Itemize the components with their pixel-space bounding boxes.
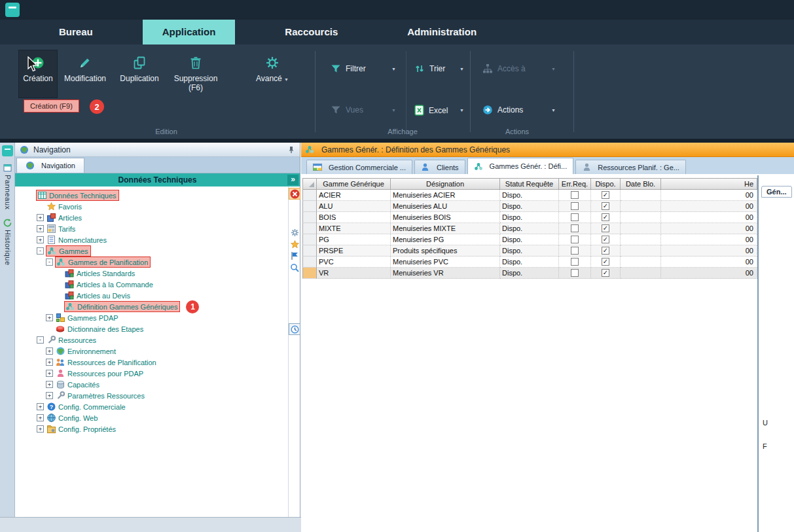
search-button[interactable] — [289, 262, 300, 273]
column-header[interactable]: He — [661, 178, 757, 190]
row-selector[interactable] — [302, 201, 317, 212]
column-header[interactable]: Statut Requête — [500, 178, 559, 190]
tree-item[interactable]: +Gammes PDAP — [15, 312, 288, 323]
avance-button[interactable]: Avancé ▼ — [242, 50, 302, 98]
history-clock-button[interactable] — [289, 324, 300, 334]
actions-button[interactable]: Actions ▼ — [482, 105, 556, 115]
tree-settings-button[interactable] — [289, 227, 300, 238]
document-tab[interactable]: Gestion Commerciale ... — [306, 160, 412, 174]
grid-row[interactable]: PGMenuiseries PGDispo.✓00 — [302, 234, 757, 245]
tree-item[interactable]: +Nomenclatures — [15, 234, 288, 245]
tree-item[interactable]: -Gammes de Planification — [15, 257, 288, 268]
grid-row[interactable]: MIXTEMenuiseries MIXTEDispo.✓00 — [302, 223, 757, 234]
pin-icon[interactable] — [287, 146, 295, 154]
ribbon-tab-administration[interactable]: Administration — [388, 20, 496, 44]
checkbox-err-req[interactable] — [571, 258, 579, 266]
checkbox-dispo[interactable]: ✓ — [602, 269, 609, 277]
collapse-icon[interactable]: - — [37, 336, 44, 344]
tree-item[interactable]: -Gammes — [15, 245, 288, 257]
excel-button[interactable]: Excel ▼ — [414, 105, 464, 116]
expand-icon[interactable]: + — [46, 392, 53, 399]
checkbox-dispo[interactable]: ✓ — [602, 247, 609, 255]
grid-row[interactable]: VRMenuiseries VRDispo.✓00 — [302, 268, 757, 279]
expand-icon[interactable]: + — [37, 403, 44, 410]
modification-button[interactable]: Modification — [58, 50, 113, 98]
tree-item[interactable]: Favoris — [15, 201, 288, 212]
detail-tab[interactable]: Gén... — [761, 186, 792, 198]
tree-item[interactable]: +Capacités — [15, 379, 288, 390]
creation-button[interactable]: Création — [18, 50, 58, 98]
column-header[interactable]: Désignation — [391, 178, 500, 190]
app-icon[interactable] — [5, 3, 20, 17]
select-all-corner[interactable] — [302, 178, 317, 190]
checkbox-dispo[interactable]: ✓ — [602, 213, 609, 221]
filtrer-button[interactable]: Filtrer ▼ — [331, 63, 396, 74]
trier-button[interactable]: Trier ▼ — [414, 63, 464, 74]
ribbon-tab-bureau[interactable]: Bureau — [39, 20, 113, 44]
expand-icon[interactable]: + — [46, 359, 53, 366]
row-selector[interactable] — [302, 223, 317, 234]
tree-item[interactable]: Articles au Devis — [15, 290, 288, 301]
document-tab[interactable]: Gammes Génér. : Défi... — [467, 158, 574, 174]
document-tab[interactable]: Ressources Planif. : Ge... — [575, 160, 686, 174]
column-header[interactable]: Dispo. — [591, 178, 621, 190]
row-selector[interactable] — [302, 212, 317, 223]
tree-item[interactable]: +Articles — [15, 212, 288, 223]
expand-icon[interactable]: + — [46, 381, 53, 388]
column-header[interactable]: Gamme Générique — [317, 178, 391, 190]
tree-item[interactable]: +Paramètres Ressources — [15, 390, 288, 401]
tree-item[interactable]: +Ressources pour PDAP — [15, 368, 288, 379]
grid-row[interactable]: PRSPEProduits spécifiquesDispo.✓00 — [302, 245, 757, 257]
clear-filter-button[interactable] — [289, 188, 300, 199]
row-selector[interactable] — [302, 234, 317, 245]
expand-icon[interactable]: + — [37, 225, 44, 232]
ribbon-tab-raccourcis[interactable]: Raccourcis — [265, 20, 357, 44]
expand-icon[interactable]: + — [37, 414, 44, 421]
checkbox-err-req[interactable] — [571, 224, 579, 232]
tree-item[interactable]: Articles à la Commande — [15, 279, 288, 290]
checkbox-err-req[interactable] — [571, 191, 579, 199]
expand-icon[interactable]: + — [37, 236, 44, 243]
expand-icon[interactable]: + — [37, 425, 44, 433]
row-selector[interactable] — [302, 257, 317, 268]
row-selector[interactable] — [302, 245, 317, 257]
column-header[interactable]: Date Blo. — [621, 178, 661, 190]
checkbox-dispo[interactable]: ✓ — [602, 236, 609, 243]
tree-item[interactable]: Dictionnaire des Etapes — [15, 323, 288, 334]
tree-item[interactable]: -Ressources — [15, 334, 288, 346]
row-selector[interactable] — [302, 190, 317, 201]
grid-row[interactable]: BOISMenuiseries BOISDispo.✓00 — [302, 212, 757, 223]
checkbox-err-req[interactable] — [571, 269, 579, 277]
expand-icon[interactable]: + — [46, 314, 53, 321]
expand-icon[interactable]: + — [46, 370, 53, 377]
checkbox-err-req[interactable] — [571, 236, 579, 243]
suppression-button[interactable]: Suppression (F6) — [166, 50, 225, 98]
checkbox-dispo[interactable]: ✓ — [602, 258, 609, 266]
ribbon-tab-application[interactable]: Application — [143, 20, 236, 44]
dock-tab-panneaux[interactable]: Panneaux — [0, 164, 15, 210]
row-selector[interactable] — [302, 268, 317, 279]
document-tab[interactable]: Clients — [414, 160, 465, 174]
expand-icon[interactable]: + — [46, 347, 53, 355]
tree-item[interactable]: +Environnement — [15, 346, 288, 357]
tree-item[interactable]: +Ressources de Planification — [15, 357, 288, 368]
tree-item[interactable]: +Tarifs — [15, 223, 288, 234]
checkbox-err-req[interactable] — [571, 247, 579, 255]
tree-item[interactable]: +Config. Web — [15, 412, 288, 423]
acces-a-button[interactable]: Accès à ▼ — [482, 63, 556, 74]
grid-row[interactable]: PVCMenuiseries PVCDispo.✓00 — [302, 257, 757, 268]
checkbox-dispo[interactable]: ✓ — [602, 191, 609, 199]
collapse-icon[interactable]: - — [37, 247, 44, 255]
tree-item[interactable]: +Config. Propriétés — [15, 423, 288, 434]
checkbox-dispo[interactable]: ✓ — [602, 202, 609, 210]
panel-mini-icon[interactable] — [2, 145, 13, 156]
tree-item[interactable]: Données Techniques — [15, 190, 288, 201]
dock-tab-historique[interactable]: Historique — [0, 219, 15, 266]
flag-button[interactable] — [289, 251, 300, 261]
column-header[interactable]: Err.Req. — [559, 178, 591, 190]
grid-row[interactable]: ALUMenuiseries ALUDispo.✓00 — [302, 201, 757, 212]
navigation-tab[interactable]: Navigation — [16, 158, 84, 173]
expand-icon[interactable]: + — [37, 214, 44, 221]
checkbox-err-req[interactable] — [571, 213, 579, 221]
grid-row[interactable]: ACIERMenuiseries ACIERDispo.✓00 — [302, 190, 757, 201]
